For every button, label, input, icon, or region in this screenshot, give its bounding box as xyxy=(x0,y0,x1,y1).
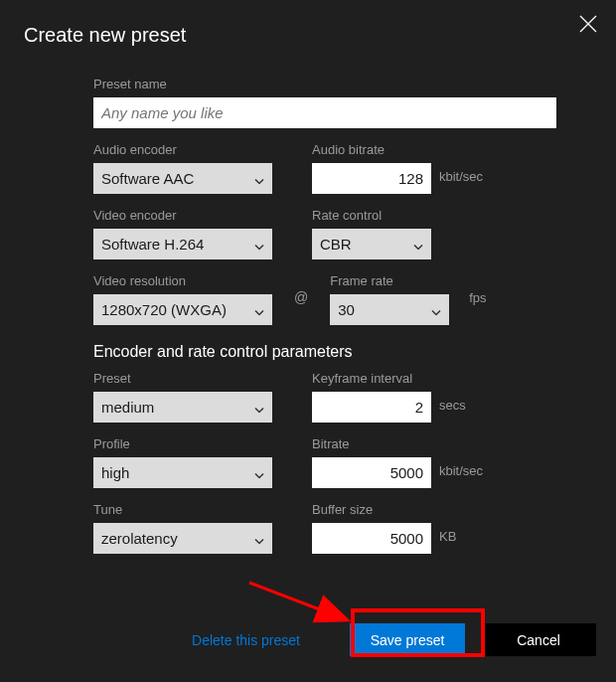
keyframe-label: Keyframe interval xyxy=(312,371,466,386)
audio-encoder-value: Software AAC xyxy=(101,170,194,187)
tune-label: Tune xyxy=(93,502,272,517)
bitrate-label: Bitrate xyxy=(312,436,483,451)
frame-rate-label: Frame rate xyxy=(330,273,449,288)
close-button[interactable] xyxy=(578,14,598,34)
tune-value: zerolatency xyxy=(101,530,178,547)
chevron-down-icon xyxy=(431,301,441,318)
section-heading: Encoder and rate control parameters xyxy=(93,343,556,361)
buffer-input[interactable] xyxy=(312,523,431,554)
chevron-down-icon xyxy=(254,236,264,253)
dialog-footer: Delete this preset Save preset Cancel xyxy=(192,623,596,656)
chevron-down-icon xyxy=(254,301,264,318)
keyframe-unit: secs xyxy=(439,398,466,417)
save-preset-button[interactable]: Save preset xyxy=(350,623,465,656)
audio-bitrate-unit: kbit/sec xyxy=(439,169,483,188)
frame-rate-select[interactable]: 30 xyxy=(330,294,449,325)
profile-select[interactable]: high xyxy=(93,457,272,488)
bitrate-input[interactable] xyxy=(312,457,431,488)
rate-control-select[interactable]: CBR xyxy=(312,229,431,259)
frame-rate-value: 30 xyxy=(338,301,355,318)
chevron-down-icon xyxy=(413,236,423,253)
rate-control-label: Rate control xyxy=(312,208,431,223)
preset-name-label: Preset name xyxy=(93,77,556,91)
video-encoder-label: Video encoder xyxy=(93,208,272,223)
audio-bitrate-input[interactable] xyxy=(312,163,431,194)
preset-select[interactable]: medium xyxy=(93,392,272,423)
audio-encoder-select[interactable]: Software AAC xyxy=(93,163,272,194)
video-encoder-value: Software H.264 xyxy=(101,236,204,253)
svg-line-3 xyxy=(249,583,343,618)
preset-name-input[interactable] xyxy=(93,97,556,128)
audio-bitrate-label: Audio bitrate xyxy=(312,142,483,157)
chevron-down-icon xyxy=(254,170,264,187)
audio-encoder-label: Audio encoder xyxy=(93,142,272,157)
video-resolution-value: 1280x720 (WXGA) xyxy=(101,301,227,318)
preset-form: Preset name Audio encoder Software AAC A… xyxy=(0,47,616,554)
video-resolution-select[interactable]: 1280x720 (WXGA) xyxy=(93,294,272,325)
buffer-unit: KB xyxy=(439,529,456,548)
rate-control-value: CBR xyxy=(320,236,352,253)
video-encoder-select[interactable]: Software H.264 xyxy=(93,229,272,259)
cancel-button[interactable]: Cancel xyxy=(481,623,596,656)
video-resolution-label: Video resolution xyxy=(93,273,272,288)
chevron-down-icon xyxy=(254,464,264,481)
tune-select[interactable]: zerolatency xyxy=(93,523,272,554)
buffer-label: Buffer size xyxy=(312,502,456,517)
keyframe-input[interactable] xyxy=(312,392,431,423)
frame-rate-unit: fps xyxy=(469,290,486,309)
at-symbol: @ xyxy=(292,289,310,309)
bitrate-unit: kbit/sec xyxy=(439,463,483,482)
preset-label: Preset xyxy=(93,371,272,386)
delete-preset-link[interactable]: Delete this preset xyxy=(192,632,300,648)
profile-value: high xyxy=(101,464,129,481)
chevron-down-icon xyxy=(254,399,264,416)
dialog-title: Create new preset xyxy=(0,0,616,47)
profile-label: Profile xyxy=(93,436,272,451)
chevron-down-icon xyxy=(254,530,264,547)
preset-value: medium xyxy=(101,399,154,416)
